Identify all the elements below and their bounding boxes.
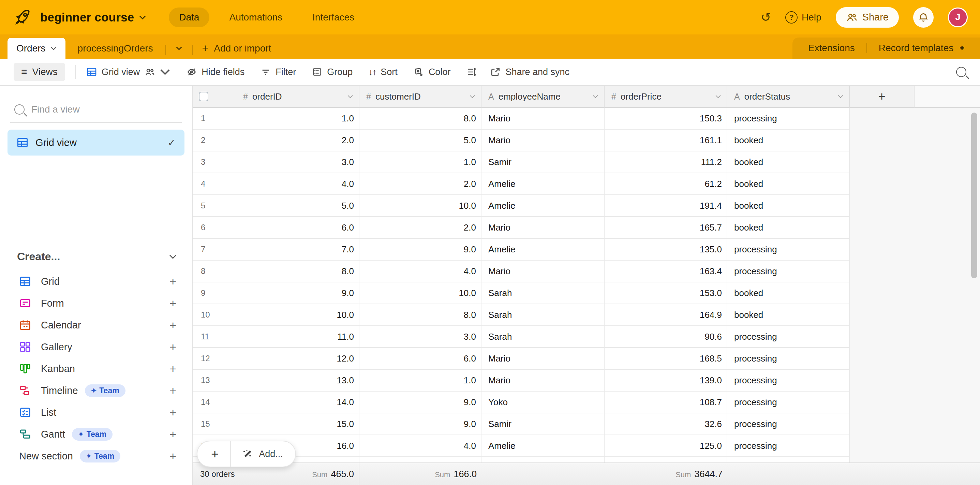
- sidebar-create-gantt[interactable]: Gantt ✦ Team +: [0, 423, 192, 445]
- cell-employeename[interactable]: Sarah: [482, 282, 605, 304]
- cell-customerid[interactable]: 9.0: [360, 413, 482, 435]
- add-view-plus-icon[interactable]: +: [169, 384, 176, 398]
- cell-orderstatus[interactable]: processing: [727, 370, 850, 391]
- add-view-plus-icon[interactable]: +: [169, 428, 176, 441]
- cell-customerid[interactable]: 2.0: [360, 217, 482, 239]
- add-view-plus-icon[interactable]: +: [169, 406, 176, 419]
- customerid-sum[interactable]: Sum 166.0: [360, 463, 482, 485]
- cell-orderstatus[interactable]: processing: [727, 348, 850, 370]
- cell-orderid[interactable]: 5 5.0: [192, 195, 360, 217]
- cell-employeename[interactable]: Mario: [482, 217, 605, 239]
- cell-customerid[interactable]: 10.0: [360, 282, 482, 304]
- orderid-sum[interactable]: Sum 465.0: [312, 469, 354, 480]
- tab-list-chevron-icon[interactable]: [166, 38, 192, 59]
- extensions-button[interactable]: Extensions: [808, 43, 855, 54]
- cell-orderstatus[interactable]: processing: [727, 326, 850, 348]
- cell-orderstatus[interactable]: processing: [727, 261, 850, 282]
- column-header-orderstatus[interactable]: AorderStatus: [727, 86, 850, 108]
- cell-employeename[interactable]: Mario: [482, 370, 605, 391]
- sidebar-create-gallery[interactable]: Gallery +: [0, 336, 192, 358]
- chevron-down-icon[interactable]: [592, 94, 598, 99]
- cell-orderprice[interactable]: 161.1: [605, 130, 727, 151]
- sidebar-create-form[interactable]: Form +: [0, 292, 192, 314]
- select-all-checkbox[interactable]: [199, 92, 208, 101]
- cell-employeename[interactable]: Mario: [482, 261, 605, 282]
- cell-orderstatus[interactable]: processing: [727, 108, 850, 130]
- cell-employeename[interactable]: Samir: [482, 413, 605, 435]
- cell-orderprice[interactable]: 163.4: [605, 261, 727, 282]
- add-field-button[interactable]: +: [850, 86, 915, 108]
- help-button[interactable]: ? Help: [785, 11, 821, 24]
- add-record-button[interactable]: +: [197, 441, 231, 467]
- cell-employeename[interactable]: Mario: [482, 108, 605, 130]
- cell-orderprice[interactable]: 153.0: [605, 282, 727, 304]
- cell-customerid[interactable]: 9.0: [360, 239, 482, 261]
- share-button[interactable]: Share: [836, 7, 899, 28]
- cell-employeename[interactable]: Samir: [482, 151, 605, 173]
- add-view-plus-icon[interactable]: +: [169, 275, 176, 288]
- search-button[interactable]: [956, 67, 966, 77]
- record-templates-button[interactable]: Record templates: [879, 43, 953, 54]
- cell-employeename[interactable]: Sarah: [482, 304, 605, 326]
- cell-orderprice[interactable]: 90.6: [605, 326, 727, 348]
- cell-orderid[interactable]: 2 2.0: [192, 130, 360, 151]
- sidebar-create-calendar[interactable]: Calendar +: [0, 314, 192, 336]
- cell-orderid[interactable]: 11 11.0: [192, 326, 360, 348]
- cell-employeename[interactable]: Amelie: [482, 435, 605, 457]
- vertical-scrollbar[interactable]: [971, 113, 977, 278]
- cell-customerid[interactable]: 9.0: [360, 391, 482, 413]
- cell-orderid[interactable]: 12 12.0: [192, 348, 360, 370]
- cell-customerid[interactable]: 1.0: [360, 370, 482, 391]
- sidebar-create-section[interactable]: New section ✦ Team +: [0, 445, 192, 467]
- cell-orderid[interactable]: 14 14.0: [192, 391, 360, 413]
- cell-orderprice[interactable]: 139.0: [605, 370, 727, 391]
- avatar[interactable]: J: [948, 8, 968, 27]
- cell-customerid[interactable]: 6.0: [360, 348, 482, 370]
- cell-orderid[interactable]: 3 3.0: [192, 151, 360, 173]
- sidebar-create-list[interactable]: List +: [0, 401, 192, 423]
- cell-orderstatus[interactable]: booked: [727, 304, 850, 326]
- cell-orderprice[interactable]: 125.0: [605, 435, 727, 457]
- table-tab-orders[interactable]: Orders: [8, 38, 65, 59]
- cell-orderstatus[interactable]: processing: [727, 391, 850, 413]
- tab-automations[interactable]: Automations: [219, 8, 293, 27]
- cell-orderprice[interactable]: 168.5: [605, 348, 727, 370]
- add-view-plus-icon[interactable]: +: [169, 450, 176, 463]
- row-height-button[interactable]: [466, 67, 477, 78]
- cell-customerid[interactable]: 4.0: [360, 435, 482, 457]
- color-button[interactable]: Color: [413, 67, 451, 78]
- cell-employeename[interactable]: Sarah: [482, 326, 605, 348]
- cell-orderprice[interactable]: 111.2: [605, 151, 727, 173]
- sort-button[interactable]: ↓↑ Sort: [368, 67, 398, 78]
- create-section-header[interactable]: Create...: [17, 250, 177, 263]
- cell-orderid[interactable]: 7 7.0: [192, 239, 360, 261]
- cell-orderid[interactable]: 4 4.0: [192, 173, 360, 195]
- cell-customerid[interactable]: 4.0: [360, 261, 482, 282]
- cell-employeename[interactable]: Amelie: [482, 173, 605, 195]
- cell-customerid[interactable]: 5.0: [360, 130, 482, 151]
- cell-orderstatus[interactable]: processing: [727, 239, 850, 261]
- cell-orderid[interactable]: 8 8.0: [192, 261, 360, 282]
- cell-orderstatus[interactable]: processing: [727, 413, 850, 435]
- cell-customerid[interactable]: 2.0: [360, 173, 482, 195]
- cell-orderid[interactable]: 15 15.0: [192, 413, 360, 435]
- cell-orderprice[interactable]: 61.2: [605, 173, 727, 195]
- cell-orderid[interactable]: 9 9.0: [192, 282, 360, 304]
- cell-orderprice[interactable]: 32.6: [605, 413, 727, 435]
- column-header-orderid[interactable]: # orderID: [192, 86, 360, 108]
- cell-orderstatus[interactable]: booked: [727, 130, 850, 151]
- grid-view-button[interactable]: Grid view: [86, 67, 171, 78]
- cell-orderprice[interactable]: 150.3: [605, 108, 727, 130]
- cell-orderstatus[interactable]: booked: [727, 217, 850, 239]
- column-header-employeename[interactable]: AemployeeName: [482, 86, 605, 108]
- chevron-down-icon[interactable]: [715, 94, 721, 99]
- cell-customerid[interactable]: 1.0: [360, 151, 482, 173]
- sidebar-create-kanban[interactable]: Kanban +: [0, 358, 192, 380]
- cell-employeename[interactable]: Amelie: [482, 195, 605, 217]
- cell-orderprice[interactable]: 191.4: [605, 195, 727, 217]
- base-title-chevron-icon[interactable]: [139, 15, 146, 20]
- cell-orderstatus[interactable]: processing: [727, 435, 850, 457]
- cell-orderstatus[interactable]: booked: [727, 195, 850, 217]
- cell-orderprice[interactable]: 165.7: [605, 217, 727, 239]
- history-icon[interactable]: ↺: [761, 11, 771, 24]
